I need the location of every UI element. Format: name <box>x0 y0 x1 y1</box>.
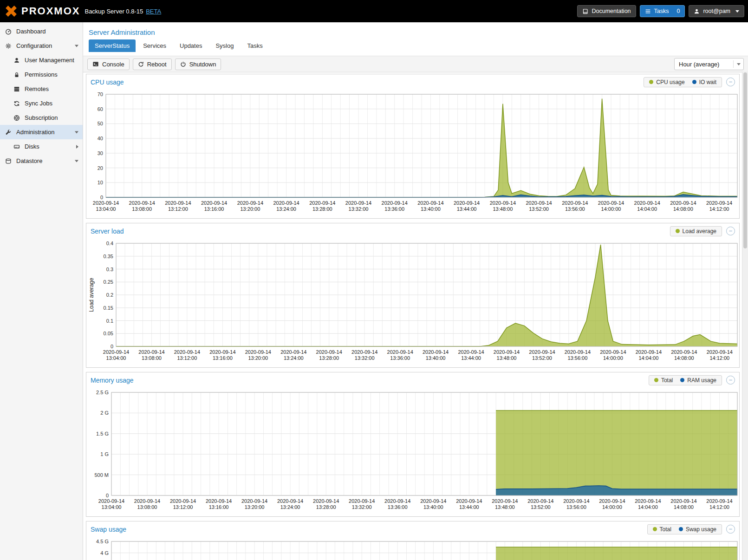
sidebar-item-sync-jobs[interactable]: Sync Jobs <box>0 96 83 111</box>
svg-text:2020-09-14: 2020-09-14 <box>706 498 732 504</box>
svg-text:14:12:00: 14:12:00 <box>709 355 729 361</box>
panel-header: Swap usageTotalSwap usage− <box>86 521 739 537</box>
legend-item-ram-usage[interactable]: RAM usage <box>680 377 716 384</box>
chart-legend[interactable]: CPU usageIO wait <box>644 77 722 87</box>
tab-updates[interactable]: Updates <box>174 39 208 52</box>
svg-text:2020-09-14: 2020-09-14 <box>562 200 588 206</box>
svg-text:14:04:00: 14:04:00 <box>638 355 658 361</box>
chart-legend[interactable]: Load average <box>670 226 722 236</box>
chart-svg: 0500 M1 G1.5 G2 G2.5 G3 G3.5 G4 G4.5 G20… <box>87 537 740 560</box>
main-content: Server Administration ServerStatusServic… <box>83 22 748 560</box>
sidebar-menu: DashboardConfigurationUser ManagementPer… <box>0 24 83 168</box>
legend-item-total[interactable]: Total <box>653 526 671 533</box>
sidebar-item-remotes[interactable]: Remotes <box>0 82 83 96</box>
panel-cpu-usage: CPU usageCPU usageIO wait−01020304050607… <box>86 74 740 219</box>
svg-text:2020-09-14: 2020-09-14 <box>165 200 191 206</box>
tab-syslog[interactable]: Syslog <box>209 39 240 52</box>
collapse-panel-icon[interactable]: − <box>726 227 735 235</box>
chart-server-load: 00.050.10.150.20.250.30.350.42020-09-141… <box>86 239 739 367</box>
legend-item-io-wait[interactable]: IO wait <box>692 79 716 85</box>
svg-text:2020-09-14: 2020-09-14 <box>671 349 697 355</box>
chevron-down-icon[interactable] <box>75 131 78 133</box>
svg-text:13:20:00: 13:20:00 <box>245 504 265 510</box>
user-menu-button[interactable]: root@pam <box>689 5 744 17</box>
svg-text:2020-09-14: 2020-09-14 <box>565 349 591 355</box>
svg-text:2020-09-14: 2020-09-14 <box>309 200 335 206</box>
legend-item-total[interactable]: Total <box>654 377 673 384</box>
svg-text:2020-09-14: 2020-09-14 <box>490 200 516 206</box>
svg-text:4.5 G: 4.5 G <box>96 539 109 544</box>
sidebar-item-administration[interactable]: Administration <box>0 125 83 139</box>
sidebar-item-datastore[interactable]: Datastore <box>0 154 83 168</box>
svg-text:2020-09-14: 2020-09-14 <box>237 200 263 206</box>
svg-text:0.25: 0.25 <box>104 279 113 285</box>
legend-label: Total <box>660 526 671 533</box>
sidebar-item-user-management[interactable]: User Management <box>0 53 83 67</box>
combo-trigger[interactable] <box>733 60 741 68</box>
sidebar-item-subscription[interactable]: Subscription <box>0 111 83 125</box>
legend-dot <box>649 80 653 84</box>
svg-text:2020-09-14: 2020-09-14 <box>526 200 552 206</box>
svg-text:Load average: Load average <box>88 278 95 312</box>
tab-serverstatus[interactable]: ServerStatus <box>89 39 136 52</box>
scrollbar-thumb[interactable] <box>743 72 747 248</box>
tab-services[interactable]: Services <box>137 39 172 52</box>
top-header: PROXMOX Backup Server 0.8-15 BETA Docume… <box>0 0 748 22</box>
chevron-right-icon[interactable] <box>76 145 78 149</box>
user-menu-label: root@pam <box>703 8 730 14</box>
chart-legend[interactable]: TotalSwap usage <box>647 524 722 534</box>
collapse-panel-icon[interactable]: − <box>726 78 735 86</box>
svg-text:0.05: 0.05 <box>104 331 113 336</box>
sidebar-item-dashboard[interactable]: Dashboard <box>0 24 83 39</box>
sidebar-item-disks[interactable]: Disks <box>0 139 83 154</box>
svg-text:14:08:00: 14:08:00 <box>673 206 693 212</box>
collapse-panel-icon[interactable]: − <box>726 525 735 534</box>
svg-text:2020-09-14: 2020-09-14 <box>420 498 446 504</box>
legend-item-load-average[interactable]: Load average <box>676 228 716 234</box>
svg-text:2020-09-14: 2020-09-14 <box>634 200 660 206</box>
sidebar-item-label: Sync Jobs <box>25 100 52 107</box>
reboot-button[interactable]: Reboot <box>133 59 172 70</box>
body-row: DashboardConfigurationUser ManagementPer… <box>0 22 748 560</box>
svg-text:2020-09-14: 2020-09-14 <box>417 200 443 206</box>
svg-text:0.15: 0.15 <box>104 305 113 311</box>
svg-text:2020-09-14: 2020-09-14 <box>93 200 119 206</box>
chart-legend[interactable]: TotalRAM usage <box>649 375 722 385</box>
svg-text:13:44:00: 13:44:00 <box>459 504 479 510</box>
svg-text:2020-09-14: 2020-09-14 <box>387 349 413 355</box>
svg-text:0: 0 <box>100 195 103 200</box>
sidebar-item-configuration[interactable]: Configuration <box>0 39 83 53</box>
svg-text:2020-09-14: 2020-09-14 <box>170 498 196 504</box>
sidebar: DashboardConfigurationUser ManagementPer… <box>0 22 83 560</box>
proxmox-logo: PROXMOX <box>4 5 80 18</box>
documentation-button[interactable]: Documentation <box>577 5 636 17</box>
svg-text:2020-09-14: 2020-09-14 <box>103 349 129 355</box>
svg-text:13:52:00: 13:52:00 <box>532 355 552 361</box>
svg-text:2 G: 2 G <box>100 410 109 416</box>
collapse-panel-icon[interactable]: − <box>726 376 735 384</box>
user-icon <box>694 8 700 14</box>
chevron-down-icon[interactable] <box>75 45 78 47</box>
chart-memory-usage: 0500 M1 G1.5 G2 G2.5 G2020-09-1413:04:00… <box>86 388 739 516</box>
svg-text:2020-09-14: 2020-09-14 <box>454 200 480 206</box>
svg-text:2020-09-14: 2020-09-14 <box>563 498 589 504</box>
database-icon <box>4 158 13 164</box>
beta-link[interactable]: BETA <box>146 8 161 15</box>
legend-item-cpu-usage[interactable]: CPU usage <box>649 79 684 85</box>
legend-item-swap-usage[interactable]: Swap usage <box>679 526 716 533</box>
svg-text:13:36:00: 13:36:00 <box>384 206 404 212</box>
tab-tasks[interactable]: Tasks <box>241 39 268 52</box>
documentation-label: Documentation <box>592 8 631 14</box>
timerange-select[interactable]: Hour (average) <box>674 58 744 70</box>
tasks-button[interactable]: Tasks 0 <box>640 5 685 17</box>
svg-text:0: 0 <box>111 344 113 349</box>
console-button[interactable]: Console <box>87 59 130 70</box>
shutdown-button[interactable]: Shutdown <box>175 59 221 70</box>
vertical-scrollbar[interactable] <box>742 72 748 560</box>
chevron-down-icon[interactable] <box>75 160 78 162</box>
sidebar-item-permissions[interactable]: Permissions <box>0 67 83 82</box>
lock-icon <box>13 72 21 78</box>
svg-text:2020-09-14: 2020-09-14 <box>351 349 377 355</box>
svg-text:14:04:00: 14:04:00 <box>637 206 657 212</box>
svg-text:13:36:00: 13:36:00 <box>388 504 408 510</box>
